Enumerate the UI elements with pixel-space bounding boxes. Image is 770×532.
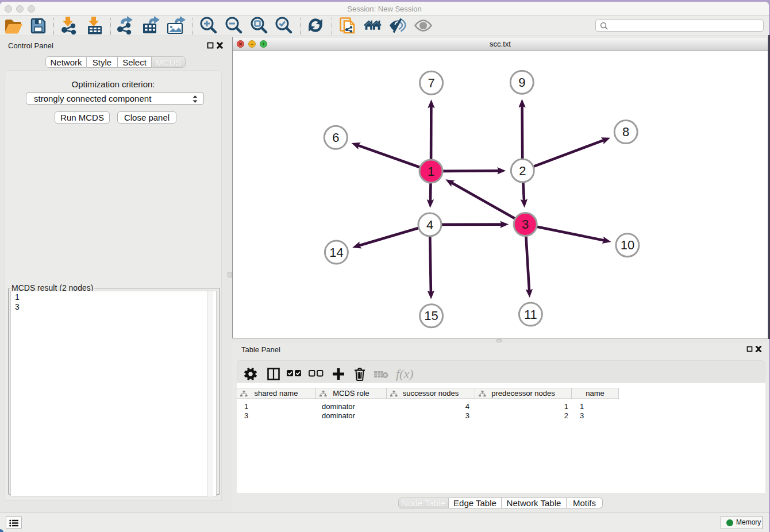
svg-text:9: 9 (518, 75, 525, 90)
svg-text:6: 6 (332, 130, 339, 145)
svg-text:14: 14 (329, 245, 343, 260)
svg-text:7: 7 (428, 76, 434, 90)
svg-text:8: 8 (622, 125, 629, 139)
svg-text:3: 3 (522, 217, 529, 232)
svg-text:2: 2 (519, 164, 526, 178)
svg-text:4: 4 (426, 218, 433, 232)
svg-text:11: 11 (524, 307, 537, 322)
svg-text:1: 1 (428, 164, 434, 179)
svg-text:15: 15 (424, 309, 438, 323)
svg-text:10: 10 (621, 238, 634, 252)
